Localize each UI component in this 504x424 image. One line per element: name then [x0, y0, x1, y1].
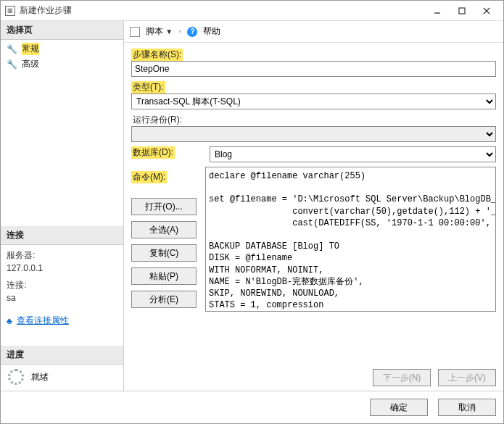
help-link[interactable]: 帮助	[203, 25, 220, 38]
page-list: 🔧 常规 🔧 高级	[1, 40, 123, 73]
step-name-input[interactable]	[131, 61, 496, 77]
sidebar-item-general[interactable]: 🔧 常规	[1, 41, 123, 57]
sidebar: 选择页 🔧 常规 🔧 高级 连接 服务器: 127.0.0.1 连接: sa	[1, 21, 124, 391]
parse-button[interactable]: 分析(E)	[131, 291, 197, 308]
maximize-button[interactable]	[450, 3, 474, 19]
dialog-window: ▦ 新建作业步骤 选择页 🔧 常规 🔧 高级 连接 服务器: 1	[0, 0, 504, 424]
type-field: 类型(T): Transact-SQL 脚本(T-SQL)	[131, 81, 496, 109]
script-icon	[130, 27, 140, 37]
sidebar-item-label: 常规	[22, 43, 39, 55]
window-title: 新建作业步骤	[20, 4, 425, 17]
wrench-icon: 🔧	[7, 59, 17, 70]
app-icon: ▦	[5, 6, 15, 16]
select-page-heading: 选择页	[1, 21, 123, 40]
server-value: 127.0.0.1	[7, 263, 117, 273]
type-select[interactable]: Transact-SQL 脚本(T-SQL)	[131, 93, 496, 109]
chevron-down-icon: ▼	[165, 28, 173, 36]
form-content: 步骤名称(S): 类型(T): Transact-SQL 脚本(T-SQL) 运…	[124, 43, 503, 365]
step-name-label: 步骤名称(S):	[131, 49, 183, 61]
connection-block: 服务器: 127.0.0.1 连接: sa	[1, 245, 123, 310]
cancel-button[interactable]: 取消	[438, 399, 496, 416]
database-label: 数据库(D):	[131, 146, 175, 159]
command-textarea[interactable]	[205, 167, 496, 312]
conn-label: 连接:	[7, 279, 117, 291]
runas-label: 运行身份(R):	[131, 114, 183, 126]
copy-button[interactable]: 复制(C)	[131, 244, 197, 262]
progress-heading: 进度	[1, 346, 123, 365]
dialog-body: 选择页 🔧 常规 🔧 高级 连接 服务器: 127.0.0.1 连接: sa	[1, 21, 503, 391]
toolbar: 脚本 ▼ • ? 帮助	[124, 21, 503, 43]
view-connection-link[interactable]: 查看连接属性	[17, 315, 69, 327]
minimize-button[interactable]	[425, 3, 450, 19]
conn-value: sa	[7, 293, 117, 303]
type-label: 类型(T):	[131, 81, 165, 93]
progress-status: 就绪	[31, 371, 49, 383]
select-all-button[interactable]: 全选(A)	[131, 221, 197, 238]
command-field: 命令(M): 打开(O)... 全选(A) 复制(C) 粘贴(P) 分析(E)	[131, 167, 496, 314]
sidebar-item-label: 高级	[22, 58, 39, 70]
step-nav: 下一步(N) 上一步(V)	[124, 365, 503, 391]
paste-button[interactable]: 粘贴(P)	[131, 267, 197, 285]
close-button[interactable]	[474, 3, 499, 19]
svg-rect-1	[459, 8, 465, 14]
command-label: 命令(M):	[131, 171, 167, 183]
ok-button[interactable]: 确定	[370, 399, 428, 416]
next-step-button[interactable]: 下一步(N)	[373, 369, 431, 386]
prev-step-button[interactable]: 上一步(V)	[438, 369, 496, 386]
server-label: 服务器:	[7, 249, 117, 262]
script-dropdown[interactable]: 脚本 ▼	[146, 25, 173, 38]
open-button[interactable]: 打开(O)...	[131, 198, 197, 215]
connection-heading: 连接	[1, 226, 123, 245]
main-panel: 脚本 ▼ • ? 帮助 步骤名称(S): 类型(T): Transact-SQL…	[124, 21, 503, 391]
help-icon: ?	[187, 27, 197, 37]
command-buttons: 命令(M): 打开(O)... 全选(A) 复制(C) 粘贴(P) 分析(E)	[131, 167, 197, 308]
database-select[interactable]: Blog	[210, 146, 496, 162]
sidebar-item-advanced[interactable]: 🔧 高级	[1, 57, 123, 72]
runas-select[interactable]	[131, 126, 496, 142]
view-connection-row: ♣ 查看连接属性	[1, 310, 123, 331]
step-name-field: 步骤名称(S):	[131, 49, 496, 77]
titlebar: ▦ 新建作业步骤	[1, 1, 503, 21]
database-field: 数据库(D): Blog	[131, 146, 496, 162]
connection-props-icon: ♣	[7, 316, 12, 326]
wrench-icon: 🔧	[7, 44, 17, 54]
dialog-footer: 确定 取消	[1, 391, 503, 423]
progress-row: 就绪	[1, 365, 123, 391]
runas-field: 运行身份(R):	[131, 114, 496, 142]
progress-spinner-icon	[8, 369, 24, 385]
